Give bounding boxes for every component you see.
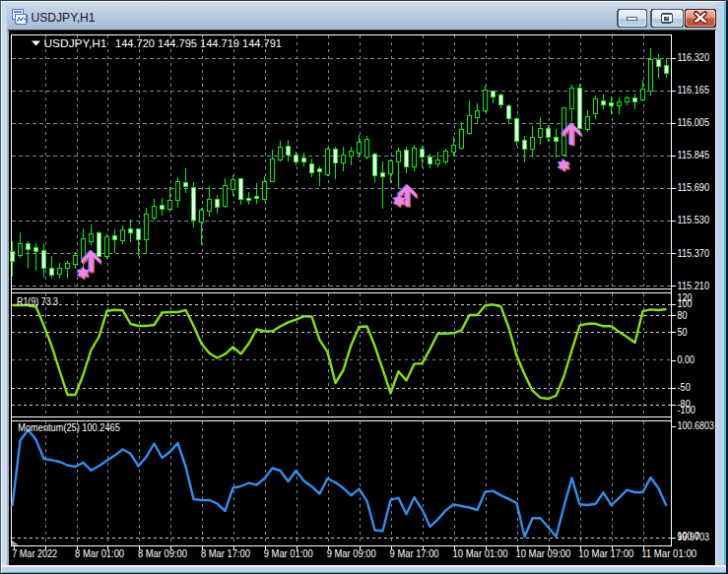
svg-text:9 Mar 09:00: 9 Mar 09:00 [327,548,376,559]
svg-text:144.720 144.795 144.719 144.79: 144.720 144.795 144.719 144.791 [115,37,282,49]
svg-text:99.9703: 99.9703 [678,532,710,542]
svg-text:116.320: 116.320 [678,52,710,63]
svg-text:116.165: 116.165 [678,85,710,96]
svg-text:USDJPY,H1: USDJPY,H1 [44,37,107,49]
svg-text:10 Mar 09:00: 10 Mar 09:00 [515,548,570,559]
svg-text:50: 50 [678,327,688,338]
svg-text:0.00: 0.00 [678,354,695,365]
svg-text:80: 80 [678,310,688,321]
svg-text:9 Mar 01:00: 9 Mar 01:00 [264,548,313,559]
svg-text:10 Mar 01:00: 10 Mar 01:00 [453,548,508,559]
svg-text:USDJPY,H1: USDJPY,H1 [32,11,96,25]
svg-text:8 Mar 17:00: 8 Mar 17:00 [201,548,250,559]
svg-text:11 Mar 01:00: 11 Mar 01:00 [641,548,696,559]
svg-text:100: 100 [678,298,693,309]
svg-text:115.370: 115.370 [678,248,710,259]
svg-text:115.210: 115.210 [678,281,710,291]
svg-text:-50: -50 [678,382,692,393]
svg-text:8 Mar 01:00: 8 Mar 01:00 [75,548,124,559]
svg-text:115.845: 115.845 [678,150,710,160]
svg-text:116.005: 116.005 [678,117,710,128]
svg-text:115.530: 115.530 [678,215,710,225]
svg-text:10 Mar 17:00: 10 Mar 17:00 [578,548,633,559]
svg-text:Momentum(25) 100.2465: Momentum(25) 100.2465 [18,422,120,433]
svg-text:-100: -100 [678,405,696,415]
svg-text:7 Mar 2022: 7 Mar 2022 [12,548,57,559]
svg-text:8 Mar 09:00: 8 Mar 09:00 [138,548,187,559]
svg-text:9 Mar 17:00: 9 Mar 17:00 [390,548,439,559]
svg-text:115.690: 115.690 [678,182,710,193]
svg-text:R1(9) 73.3: R1(9) 73.3 [17,296,58,307]
svg-text:100.6803: 100.6803 [678,420,715,431]
